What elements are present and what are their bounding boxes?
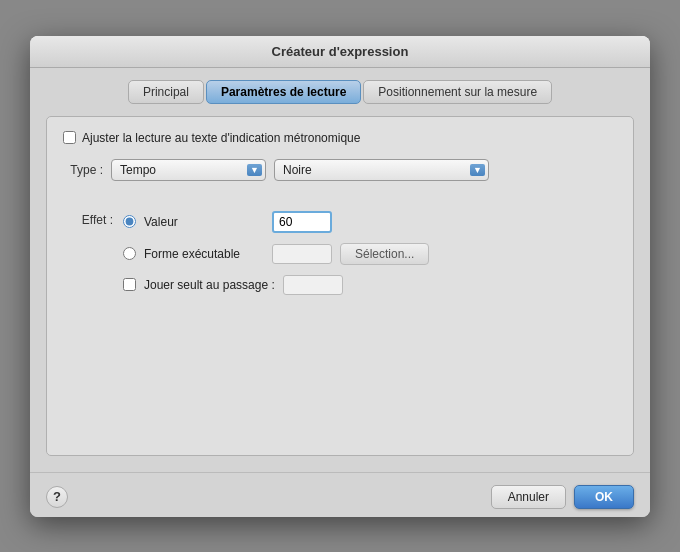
cancel-button[interactable]: Annuler bbox=[491, 485, 566, 509]
effet-section: Effet : Valeur Forme exécutable bbox=[63, 211, 617, 295]
forme-input[interactable] bbox=[272, 244, 332, 264]
note-select[interactable]: Noire Blanche Croche bbox=[274, 159, 489, 181]
window-title: Créateur d'expression bbox=[272, 44, 409, 59]
valeur-radio[interactable] bbox=[123, 215, 136, 228]
note-select-wrapper: Noire Blanche Croche bbox=[274, 159, 489, 181]
type-label: Type : bbox=[63, 163, 103, 177]
content-area: Principal Paramètres de lecture Position… bbox=[30, 68, 650, 472]
type-select-wrapper: Tempo Dynamique Expression bbox=[111, 159, 266, 181]
valeur-input[interactable] bbox=[272, 211, 332, 233]
tab-principal[interactable]: Principal bbox=[128, 80, 204, 104]
selection-button[interactable]: Sélection... bbox=[340, 243, 429, 265]
effet-row: Effet : Valeur Forme exécutable bbox=[63, 211, 617, 295]
valeur-label: Valeur bbox=[144, 215, 264, 229]
checkbox-row: Ajuster la lecture au texte d'indication… bbox=[63, 131, 617, 145]
valeur-row: Valeur bbox=[123, 211, 429, 233]
jouer-row: Jouer seult au passage : bbox=[123, 275, 429, 295]
type-row: Type : Tempo Dynamique Expression Noire … bbox=[63, 159, 617, 181]
effet-label: Effet : bbox=[63, 211, 113, 227]
tab-parametres[interactable]: Paramètres de lecture bbox=[206, 80, 361, 104]
panel-parametres: Ajuster la lecture au texte d'indication… bbox=[46, 116, 634, 456]
ajuster-checkbox[interactable] bbox=[63, 131, 76, 144]
tab-bar: Principal Paramètres de lecture Position… bbox=[46, 80, 634, 104]
jouer-checkbox[interactable] bbox=[123, 278, 136, 291]
effet-options: Valeur Forme exécutable Sélection... bbox=[123, 211, 429, 295]
title-bar: Créateur d'expression bbox=[30, 36, 650, 68]
ajuster-label: Ajuster la lecture au texte d'indication… bbox=[82, 131, 360, 145]
ok-button[interactable]: OK bbox=[574, 485, 634, 509]
forme-label: Forme exécutable bbox=[144, 247, 264, 261]
type-select[interactable]: Tempo Dynamique Expression bbox=[111, 159, 266, 181]
footer-buttons: Annuler OK bbox=[491, 485, 634, 509]
help-button[interactable]: ? bbox=[46, 486, 68, 508]
forme-row: Forme exécutable Sélection... bbox=[123, 243, 429, 265]
forme-radio[interactable] bbox=[123, 247, 136, 260]
tab-positionnement[interactable]: Positionnement sur la mesure bbox=[363, 80, 552, 104]
jouer-input[interactable] bbox=[283, 275, 343, 295]
jouer-label: Jouer seult au passage : bbox=[144, 278, 275, 292]
dialog-window: Créateur d'expression Principal Paramètr… bbox=[30, 36, 650, 517]
footer: ? Annuler OK bbox=[30, 472, 650, 517]
